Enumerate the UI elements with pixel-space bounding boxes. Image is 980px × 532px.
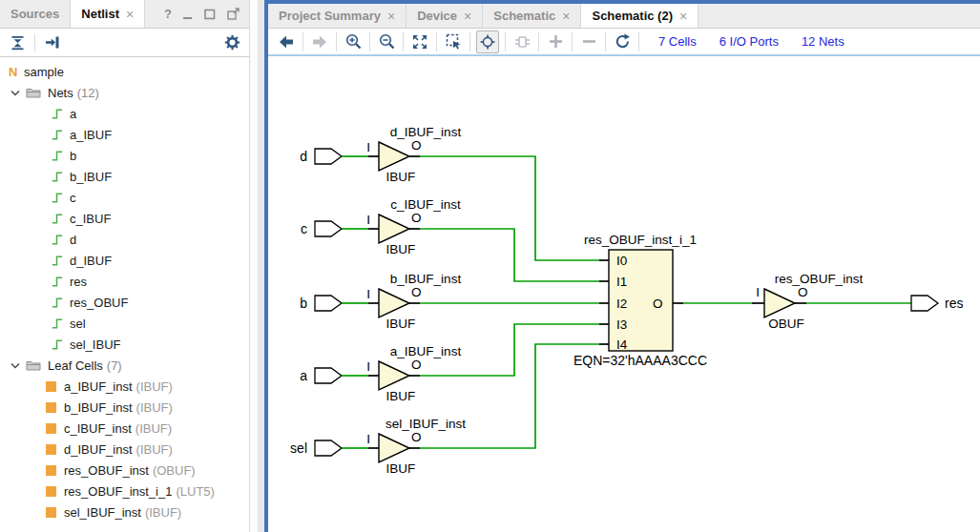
tree-item-net-a[interactable]: a [0, 103, 249, 124]
tree-item-net-d[interactable]: d [0, 229, 249, 250]
scrollbar-gutter[interactable] [250, 0, 258, 532]
float-icon[interactable] [227, 8, 240, 20]
port-label-res: res [945, 296, 963, 311]
back-button[interactable] [276, 31, 297, 52]
chevron-down-icon[interactable] [10, 362, 20, 369]
tree-item-net-res-obuf[interactable]: res_OBUF [0, 292, 249, 313]
tab-sources[interactable]: Sources [0, 0, 71, 28]
port-label-sel: sel [290, 440, 307, 456]
tree-item-net-b[interactable]: b [0, 145, 249, 166]
zoom-out-button[interactable] [376, 31, 397, 52]
instance-label: res_OBUF_inst_i_1 [584, 233, 697, 247]
minus-icon [582, 34, 596, 49]
nets-count-link[interactable]: 12 Nets [802, 34, 844, 49]
tree-item-net-sel-ibuf[interactable]: sel_IBUF [0, 334, 249, 355]
instance-label: res_OBUF_inst [775, 272, 864, 286]
tree-item-cell-a-ibuf-inst[interactable]: a_IBUF_inst(IBUF) [0, 376, 249, 397]
close-icon[interactable]: × [126, 8, 134, 21]
cell-icon [46, 507, 56, 518]
port-symbol-a[interactable] [315, 368, 342, 383]
ibuf-a-symbol[interactable] [379, 361, 409, 390]
tree-item-net-a-ibuf[interactable]: a_IBUF [0, 124, 249, 145]
tab-schematic[interactable]: Schematic × [483, 4, 581, 28]
port-symbol-res[interactable] [911, 296, 938, 311]
settings-button[interactable] [221, 32, 242, 53]
tab-schematic-2[interactable]: Schematic (2) × [581, 4, 699, 28]
tree-item-net-c-ibuf[interactable]: c_IBUF [0, 208, 249, 229]
schematic-canvas[interactable]: d I O d_IBUF_inst IBUF c I [268, 56, 980, 529]
tree-item-cell-res-obuf-inst[interactable]: res_OBUF_inst(OBUF) [0, 460, 249, 481]
cells-count-link[interactable]: 7 Cells [658, 34, 697, 49]
tab-device[interactable]: Device × [407, 4, 483, 28]
ibuf-c-symbol[interactable] [379, 215, 409, 243]
cell-icon [46, 486, 56, 497]
toolbar-separator [436, 32, 437, 51]
close-icon[interactable]: × [387, 10, 395, 23]
port-symbol-sel[interactable] [315, 440, 342, 456]
tree-group-leaf-cells[interactable]: Leaf Cells (7) [0, 355, 249, 376]
tree-item-cell-sel-ibuf-inst[interactable]: sel_IBUF_inst(IBUF) [0, 501, 249, 522]
help-icon[interactable]: ? [164, 7, 172, 21]
zoom-fit-button[interactable] [409, 31, 430, 52]
toolbar-separator [369, 32, 370, 51]
eqn-label: EQN=32'hAAAA3CCC [573, 353, 707, 368]
cell-label: sel_IBUF_inst [64, 505, 141, 520]
tree-item-net-d-ibuf[interactable]: d_IBUF [0, 250, 249, 271]
zoom-in-icon [345, 33, 362, 50]
tree-item-cell-b-ibuf-inst[interactable]: b_IBUF_inst(IBUF) [0, 397, 249, 418]
forward-button[interactable] [309, 31, 330, 52]
autofit-selection-button[interactable] [476, 31, 499, 53]
tab-sources-label: Sources [10, 7, 59, 21]
lut5-group: I0 I1 I2 I3 I4 O res_OBUF_inst_i_1 EQN=3… [573, 233, 764, 368]
minimize-icon[interactable] [183, 9, 193, 20]
obuf-symbol[interactable] [764, 289, 795, 317]
io-ports-count-link[interactable]: 6 I/O Ports [719, 34, 779, 49]
toolbar-separator [336, 32, 337, 51]
regenerate-button[interactable] [612, 31, 633, 52]
cell-type: (IBUF) [136, 421, 172, 436]
scroll-to-selected-button[interactable] [42, 32, 63, 53]
port-label-b: b [300, 296, 307, 311]
forward-arrow-icon [312, 34, 327, 50]
port-symbol-c[interactable] [315, 221, 342, 236]
maximize-icon[interactable] [204, 9, 216, 20]
zoom-selection-button[interactable] [443, 31, 464, 52]
tree-item-cell-res-obuf-inst-i-1[interactable]: res_OBUF_inst_i_1(LUT5) [0, 481, 249, 501]
tab-netlist[interactable]: Netlist × [71, 0, 145, 28]
tree-item-cell-c-ibuf-inst[interactable]: c_IBUF_inst(IBUF) [0, 418, 249, 439]
left-tabbar: Sources Netlist × ? [0, 0, 249, 29]
pin-label-i: I [366, 359, 370, 374]
nets-group-label: Nets [48, 86, 73, 100]
ibuf-b-symbol[interactable] [379, 289, 409, 317]
collapse-all-button[interactable] [7, 32, 28, 53]
tree-item-net-c[interactable]: c [0, 187, 249, 208]
ibuf-d-symbol[interactable] [379, 142, 409, 171]
pin-label-i: I [366, 140, 370, 154]
tab-label: Schematic [493, 9, 555, 23]
close-icon[interactable]: × [679, 10, 687, 23]
folder-icon [26, 359, 41, 371]
tree-item-net-res[interactable]: res [0, 271, 249, 292]
add-cell-button[interactable] [511, 31, 532, 52]
tree-root-sample[interactable]: N sample [0, 61, 249, 82]
tree-group-nets[interactable]: Nets (12) [0, 82, 249, 103]
zoom-in-button[interactable] [343, 31, 364, 52]
close-icon[interactable]: × [464, 10, 471, 23]
pin-label-i: I [366, 213, 370, 227]
zoom-out-icon [379, 33, 395, 50]
ibuf-c-group: c I O c_IBUF_inst IBUF [301, 197, 599, 281]
tab-project-summary[interactable]: Project Summary × [268, 4, 407, 28]
ibuf-sel-symbol[interactable] [379, 434, 409, 462]
pin-label-i: I [756, 285, 760, 299]
chevron-down-icon[interactable] [10, 90, 20, 96]
expand-cone-button[interactable] [545, 31, 566, 52]
net-label: b_IBUF [70, 170, 112, 184]
wire-sel-ibuf[interactable] [420, 344, 599, 448]
close-icon[interactable]: × [562, 10, 570, 23]
port-symbol-d[interactable] [315, 149, 342, 164]
port-symbol-b[interactable] [315, 296, 342, 311]
tree-item-cell-d-ibuf-inst[interactable]: d_IBUF_inst(IBUF) [0, 439, 249, 460]
tree-item-net-sel[interactable]: sel [0, 313, 249, 334]
tree-item-net-b-ibuf[interactable]: b_IBUF [0, 166, 249, 187]
collapse-cone-button[interactable] [578, 31, 599, 52]
